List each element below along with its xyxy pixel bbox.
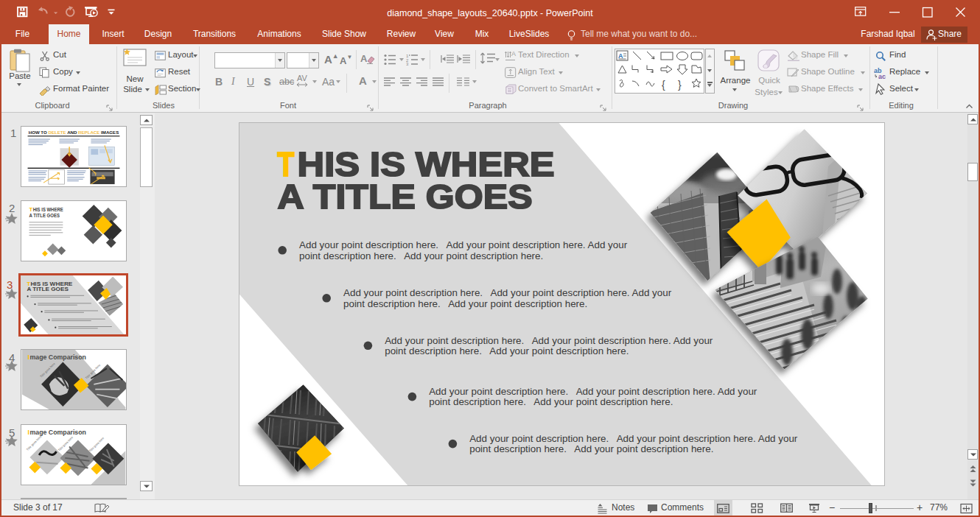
svg-text:A: A	[511, 50, 516, 57]
svg-text:Add your point description her: Add your point description here. Add you…	[299, 239, 628, 250]
svg-text:Add your point description her: Add your point description here. Add you…	[385, 335, 713, 346]
svg-text:point description here. Add: point description here. Add your point d…	[469, 443, 713, 454]
svg-text:Add your point description her: Add your point description here. Add you…	[429, 386, 757, 397]
svg-text:3: 3	[406, 62, 409, 66]
svg-text:{: {	[662, 79, 665, 91]
svg-text:Add your point description her: Add your point description here. Add you…	[469, 433, 798, 444]
svg-text:point description here. Add: point description here. Add your point d…	[385, 345, 629, 356]
svg-text:mage Comparison: mage Comparison	[29, 429, 85, 436]
svg-text:Add your point description her: Add your point description here. Add you…	[343, 287, 672, 298]
svg-text:A: A	[618, 52, 623, 60]
svg-text:point description here. Add: point description here. Add your point d…	[299, 250, 543, 261]
svg-text:mage Comparison: mage Comparison	[29, 354, 85, 361]
svg-text:}: }	[678, 79, 682, 91]
svg-text:A TITLE GOES: A TITLE GOES	[278, 177, 533, 216]
svg-text:ac: ac	[878, 73, 886, 79]
svg-text:A TITLE GOES: A TITLE GOES	[27, 286, 69, 292]
svg-text:point description here. Add: point description here. Add your point d…	[429, 396, 673, 407]
svg-text:A TITLE GOES: A TITLE GOES	[29, 212, 59, 219]
svg-text:HOW TO DELETE AND REPLACE IMAG: HOW TO DELETE AND REPLACE IMAGES	[29, 130, 119, 135]
svg-text:point description here. Add: point description here. Add your point d…	[343, 298, 587, 309]
